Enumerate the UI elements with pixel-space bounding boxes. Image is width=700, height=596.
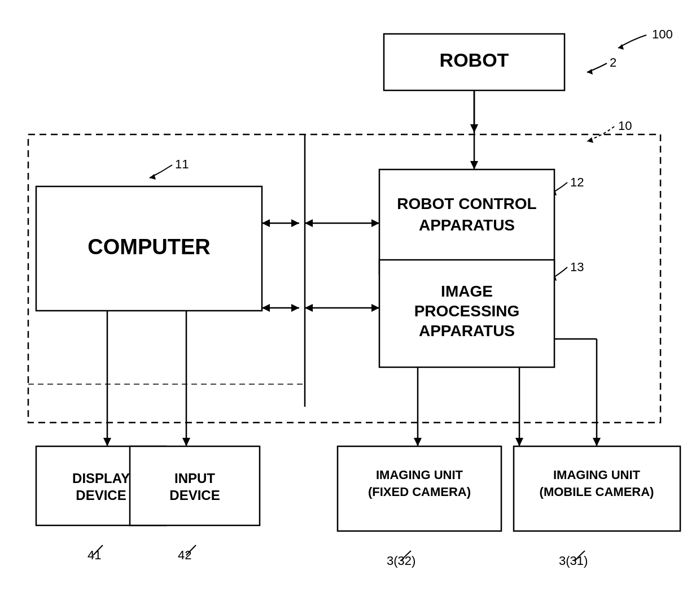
svg-marker-18 xyxy=(291,304,299,312)
image-processing-label-2: PROCESSING xyxy=(414,302,520,320)
diagram-container: 100 2 ROBOT 10 11 COMPUTER xyxy=(0,0,700,596)
imaging-unit-fixed-label-2: (FIXED CAMERA) xyxy=(368,485,471,499)
input-device-box xyxy=(130,446,260,525)
ref-12: 12 xyxy=(570,175,584,189)
imaging-unit-fixed-label-1: IMAGING UNIT xyxy=(376,468,463,482)
display-device-label-1: DISPLAY xyxy=(72,471,130,486)
robot-control-label-1: ROBOT CONTROL xyxy=(397,195,536,212)
imaging-unit-mobile-label-2: (MOBILE CAMERA) xyxy=(540,485,654,499)
svg-marker-25 xyxy=(305,304,313,312)
svg-marker-4 xyxy=(587,137,593,143)
svg-marker-11 xyxy=(103,438,111,446)
image-processing-label-3: APPARATUS xyxy=(419,322,515,340)
robot-label: ROBOT xyxy=(440,49,509,71)
svg-marker-16 xyxy=(262,219,270,227)
ref-42: 42 xyxy=(178,548,191,562)
ref-11: 11 xyxy=(175,157,189,171)
ref-331: 3(31) xyxy=(559,554,588,568)
input-device-label-1: INPUT xyxy=(174,471,215,486)
svg-marker-33 xyxy=(593,438,601,446)
svg-marker-21 xyxy=(371,219,379,227)
ref-100: 100 xyxy=(652,27,673,41)
ref-13: 13 xyxy=(570,260,584,274)
display-device-label-2: DEVICE xyxy=(76,488,126,503)
svg-marker-31 xyxy=(515,438,523,446)
ref-10: 10 xyxy=(618,119,632,133)
robot-control-label-2: APPARATUS xyxy=(419,216,515,234)
computer-label: COMPUTER xyxy=(88,235,210,259)
imaging-unit-mobile-label-1: IMAGING UNIT xyxy=(553,468,641,482)
svg-marker-15 xyxy=(291,219,299,227)
svg-marker-19 xyxy=(262,304,270,312)
svg-marker-24 xyxy=(371,304,379,312)
image-processing-label-1: IMAGE xyxy=(441,282,493,300)
input-device-label-2: DEVICE xyxy=(169,488,220,503)
ref-41: 41 xyxy=(88,548,101,562)
svg-marker-12 xyxy=(182,438,190,446)
svg-marker-22 xyxy=(305,219,313,227)
svg-marker-29 xyxy=(414,438,422,446)
svg-marker-38 xyxy=(470,161,478,169)
ref-2: 2 xyxy=(610,55,616,69)
